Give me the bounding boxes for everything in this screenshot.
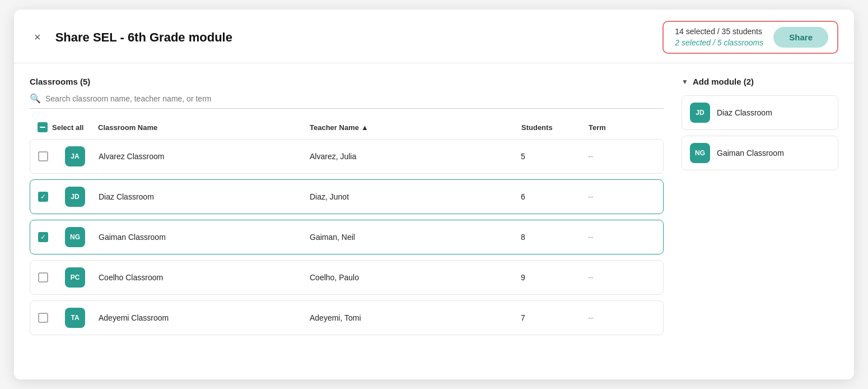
avatar: NG <box>65 227 85 247</box>
teacher-name-cell: Alvarez, Julia <box>310 152 521 161</box>
module-avatar: NG <box>690 143 710 163</box>
teacher-name-cell: Diaz, Junot <box>310 192 521 201</box>
th-term: Term <box>589 123 656 132</box>
select-all-cell[interactable]: Select all <box>38 122 64 132</box>
module-card-name: Diaz Classroom <box>717 108 772 117</box>
avatar: PC <box>65 267 85 288</box>
avatar: JD <box>65 187 85 207</box>
selected-classrooms-label: 2 selected / 5 classrooms <box>675 38 763 49</box>
th-classroom-name: Classroom Name <box>98 123 310 132</box>
teacher-name-cell: Coelho, Paulo <box>310 273 521 282</box>
add-module-panel: ▼ Add module (2) JD Diaz Classroom NG Ga… <box>682 77 838 366</box>
term-cell: -- <box>588 233 655 242</box>
row-checkbox-cell[interactable] <box>38 313 65 323</box>
th-students: Students <box>521 123 589 132</box>
classroom-rows: JA Alvarez Classroom Alvarez, Julia 5 --… <box>30 139 664 335</box>
table-row[interactable]: JA Alvarez Classroom Alvarez, Julia 5 -- <box>30 139 664 174</box>
table-row[interactable]: JD Diaz Classroom Diaz, Junot 6 -- <box>30 179 664 214</box>
row-checkbox-cell[interactable] <box>38 232 65 242</box>
close-button[interactable]: × <box>30 29 45 46</box>
students-cell: 8 <box>521 233 588 242</box>
table-row[interactable]: NG Gaiman Classroom Gaiman, Neil 8 -- <box>30 220 664 254</box>
selection-share-area: 14 selected / 35 students 2 selected / 5… <box>662 21 838 54</box>
term-cell: -- <box>588 273 655 282</box>
classroom-name-cell: Gaiman Classroom <box>99 233 310 242</box>
selected-students-label: 14 selected / 35 students <box>675 26 763 38</box>
row-checkbox[interactable] <box>38 192 48 202</box>
classroom-name-cell: Alvarez Classroom <box>99 152 310 161</box>
modal-header: × Share SEL - 6th Grade module 14 select… <box>14 10 854 63</box>
term-cell: -- <box>588 192 655 201</box>
row-checkbox[interactable] <box>38 232 48 242</box>
selection-info: 14 selected / 35 students 2 selected / 5… <box>675 26 763 48</box>
select-all-checkbox[interactable] <box>38 122 48 132</box>
row-checkbox-cell[interactable] <box>38 272 65 283</box>
share-modal: × Share SEL - 6th Grade module 14 select… <box>14 10 854 379</box>
row-checkbox[interactable] <box>38 272 48 283</box>
avatar: TA <box>65 308 85 328</box>
classroom-name-cell: Adeyemi Classroom <box>99 313 310 322</box>
table-row[interactable]: PC Coelho Classroom Coelho, Paulo 9 -- <box>30 260 664 295</box>
add-module-title: Add module (2) <box>693 77 754 86</box>
search-input[interactable] <box>45 94 664 103</box>
th-teacher-name[interactable]: Teacher Name ▲ <box>310 123 521 132</box>
students-cell: 7 <box>521 313 588 322</box>
header-left: × Share SEL - 6th Grade module <box>30 29 232 46</box>
classroom-name-cell: Diaz Classroom <box>99 192 310 201</box>
students-cell: 6 <box>521 192 588 201</box>
table-row[interactable]: TA Adeyemi Classroom Adeyemi, Tomi 7 -- <box>30 300 664 335</box>
classroom-name-cell: Coelho Classroom <box>99 273 310 282</box>
module-card: NG Gaiman Classroom <box>682 136 838 170</box>
module-cards: JD Diaz Classroom NG Gaiman Classroom <box>682 95 838 170</box>
module-card-name: Gaiman Classroom <box>717 149 784 158</box>
row-checkbox-cell[interactable] <box>38 151 65 161</box>
modal-title: Share SEL - 6th Grade module <box>55 30 232 45</box>
sort-icon: ▲ <box>361 123 368 132</box>
chevron-icon: ▼ <box>682 78 688 86</box>
search-bar: 🔍 <box>30 93 664 109</box>
classrooms-panel: Classrooms (5) 🔍 Select all Classroom Na… <box>30 77 664 366</box>
avatar: JA <box>65 146 85 166</box>
teacher-name-cell: Gaiman, Neil <box>310 233 521 242</box>
module-avatar: JD <box>690 103 710 123</box>
students-cell: 9 <box>521 273 588 282</box>
select-all-label: Select all <box>52 123 83 132</box>
row-checkbox[interactable] <box>38 313 48 323</box>
module-card: JD Diaz Classroom <box>682 95 838 130</box>
modal-body: Classrooms (5) 🔍 Select all Classroom Na… <box>14 63 854 379</box>
teacher-name-cell: Adeyemi, Tomi <box>310 313 521 322</box>
row-checkbox[interactable] <box>38 151 48 161</box>
classrooms-panel-title: Classrooms (5) <box>30 77 664 86</box>
add-module-header[interactable]: ▼ Add module (2) <box>682 77 838 86</box>
table-header: Select all Classroom Name Teacher Name ▲… <box>30 119 664 136</box>
row-checkbox-cell[interactable] <box>38 192 65 202</box>
students-cell: 5 <box>521 152 588 161</box>
share-button[interactable]: Share <box>773 27 828 48</box>
search-icon: 🔍 <box>30 93 41 104</box>
term-cell: -- <box>588 152 655 161</box>
term-cell: -- <box>588 313 655 322</box>
